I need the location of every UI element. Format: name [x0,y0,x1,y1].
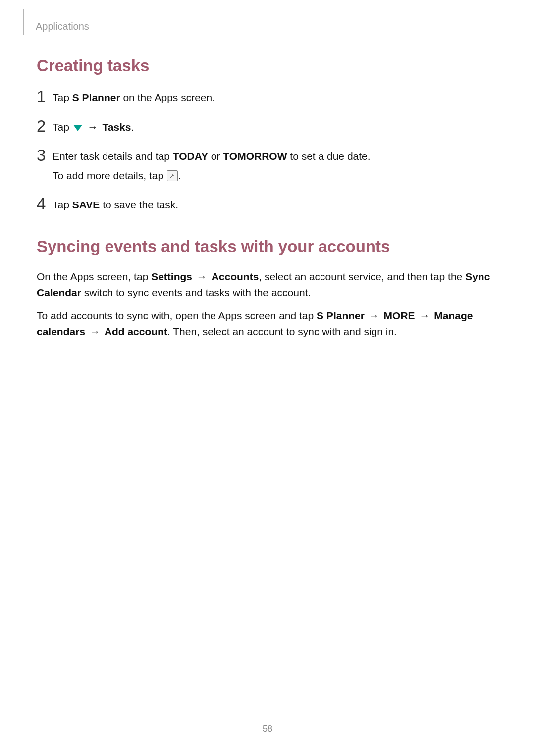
sp2-t1: To add accounts to sync with, open the A… [37,310,317,321]
step-2-suffix: . [131,121,134,133]
step-3-l1-suffix: to set a due date. [287,151,370,162]
sp2-b1: S Planner [317,310,365,321]
sp1-b1: Settings [151,271,192,282]
sp2-arrow1: → [366,310,382,321]
step-2-arrow: → [85,121,101,133]
sp1-t1: On the Apps screen, tap [37,271,151,282]
step-1: Tap S Planner on the Apps screen. [37,88,498,109]
syncing-para-2: To add accounts to sync with, open the A… [37,308,498,340]
step-3-l2-suffix: . [178,170,181,181]
step-3-l1-mid: or [208,151,223,162]
syncing-para-1: On the Apps screen, tap Settings → Accou… [37,269,498,301]
dropdown-triangle-icon [73,125,82,131]
step-4-text: Tap SAVE to save the task. [53,197,498,213]
step-3-line2: To add more details, tap . [53,168,498,184]
header-divider [23,9,24,35]
step-2-text: Tap → Tasks. [53,119,498,136]
step-4-suffix: to save the task. [100,199,178,210]
step-3-body: Enter task details and tap TODAY or TOMO… [53,147,498,187]
step-4-bold: SAVE [72,199,100,210]
step-2-body: Tap → Tasks. [53,118,498,139]
step-3-l1-bold1: TODAY [173,151,208,162]
step-1-bold: S Planner [72,92,120,103]
step-2: Tap → Tasks. [37,118,498,139]
step-2-prefix: Tap [53,121,72,133]
sp1-t2: , select an account service, and then ta… [259,271,465,282]
section-heading-creating-tasks: Creating tasks [37,56,498,75]
step-3-line1: Enter task details and tap TODAY or TOMO… [53,149,498,165]
steps-list: Tap S Planner on the Apps screen. Tap → … [37,88,498,216]
header-category: Applications [36,21,89,32]
step-1-body: Tap S Planner on the Apps screen. [53,88,498,109]
step-3: Enter task details and tap TODAY or TOMO… [37,147,498,187]
sp2-arrow3: → [87,326,103,337]
step-4-prefix: Tap [53,199,72,210]
step-3-l1-prefix: Enter task details and tap [53,151,173,162]
sp2-t2: . Then, select an account to sync with a… [167,326,397,337]
sp1-b2: Accounts [212,271,259,282]
sp2-arrow2: → [417,310,433,321]
page-number: 58 [0,724,535,734]
page: Applications Creating tasks Tap S Planne… [0,0,535,756]
sp2-b4: Add account [105,326,167,337]
step-3-l1-bold2: TOMORROW [223,151,287,162]
step-1-text: Tap S Planner on the Apps screen. [53,90,498,106]
step-1-suffix: on the Apps screen. [120,92,215,103]
sp1-arrow1: → [194,271,210,282]
step-4: Tap SAVE to save the task. [37,196,498,216]
step-2-bold: Tasks [102,121,131,133]
sp1-t3: switch to sync events and tasks with the… [81,287,311,298]
step-1-prefix: Tap [53,92,72,103]
expand-icon [167,170,178,181]
step-3-l2-prefix: To add more details, tap [53,170,166,181]
step-4-body: Tap SAVE to save the task. [53,196,498,216]
page-header: Applications [37,18,498,35]
sp2-b2: MORE [384,310,415,321]
section-heading-syncing: Syncing events and tasks with your accou… [37,237,498,256]
